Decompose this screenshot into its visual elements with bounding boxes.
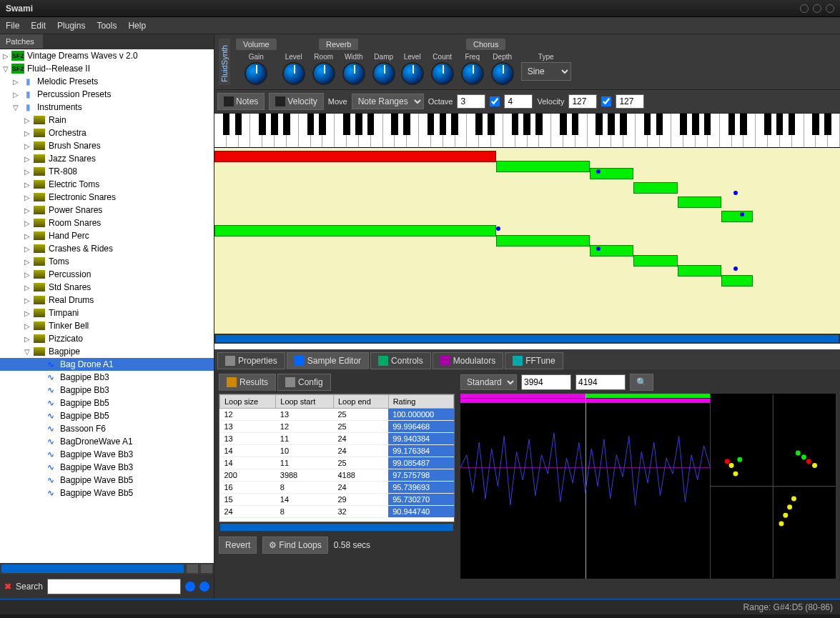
piano-keyboard[interactable] [214, 114, 840, 148]
tree-item[interactable]: ∿Bagpipe Wave Bb5 [0, 487, 214, 499]
tree-item[interactable]: ▷Crashes & Rides [0, 242, 214, 255]
table-row[interactable]: 121325100.000000 [220, 409, 454, 421]
chorus-level-knob[interactable] [401, 62, 424, 85]
menu-help[interactable]: Help [128, 21, 146, 31]
expander-icon[interactable]: ▷ [24, 155, 33, 163]
tree-item[interactable]: ∿Bag Drone A1 [0, 358, 214, 371]
search-prev-button[interactable] [185, 582, 195, 592]
tree-item[interactable]: ▷Electronic Snares [0, 191, 214, 204]
tab-controls[interactable]: Controls [370, 352, 431, 369]
expander-icon[interactable]: ▷ [24, 232, 33, 240]
tree-item[interactable]: ▷Tinker Bell [0, 319, 214, 332]
tree-item[interactable]: ∿Bagpipe Wave Bb3 [0, 448, 214, 461]
results-table[interactable]: Loop sizeLoop startLoop endRating1213251… [219, 394, 455, 522]
expander-icon[interactable]: ▷ [24, 335, 33, 343]
wave-hscroll[interactable] [460, 579, 836, 582]
table-row[interactable]: 13122599.996468 [220, 421, 454, 433]
menu-edit[interactable]: Edit [31, 21, 46, 31]
tree-item[interactable]: ▷Std Snares [0, 281, 214, 294]
chorus-depth-knob[interactable] [491, 62, 514, 85]
velocity-link-check[interactable] [601, 96, 611, 106]
expander-icon[interactable]: ▽ [24, 348, 33, 356]
velocity1-input[interactable] [568, 94, 597, 109]
tree-item[interactable]: ▷Toms [0, 255, 214, 268]
expander-icon[interactable]: ▷ [24, 206, 33, 214]
expander-icon[interactable]: ▷ [13, 78, 21, 86]
tree-item[interactable]: ▷Jazz Snares [0, 152, 214, 165]
tree-item[interactable]: ▷Electric Toms [0, 178, 214, 191]
search-next-button[interactable] [199, 582, 209, 592]
move-select[interactable]: Note Ranges [352, 94, 424, 109]
tree-item[interactable]: ▽▮Instruments [0, 101, 214, 114]
octave-link-check[interactable] [490, 96, 500, 106]
expander-icon[interactable]: ▷ [24, 284, 33, 291]
revert-button[interactable]: Revert [219, 537, 257, 554]
expander-icon[interactable]: ▷ [24, 194, 33, 201]
tree-item[interactable]: ∿Bagpipe Bb5 [0, 397, 214, 409]
expander-icon[interactable]: ▷ [24, 322, 33, 330]
octave1-input[interactable] [457, 94, 485, 109]
velocity2-input[interactable] [616, 94, 644, 109]
expander-icon[interactable]: ▷ [3, 52, 11, 60]
wave-mode-select[interactable]: Standard [460, 374, 517, 390]
tab-properties[interactable]: Properties [217, 352, 285, 369]
expander-icon[interactable]: ▷ [24, 181, 33, 189]
clear-search-icon[interactable]: ✖ [4, 582, 11, 592]
expander-icon[interactable]: ▷ [24, 129, 33, 137]
tree-item[interactable]: ∿Bassoon F6 [0, 422, 214, 435]
tree-item[interactable]: ▷▮Percussion Presets [0, 88, 214, 101]
find-loops-button[interactable]: ⚙Find Loops [262, 537, 327, 554]
expander-icon[interactable]: ▷ [13, 91, 21, 99]
expander-icon[interactable]: ▷ [24, 142, 33, 150]
reverb-room-knob[interactable] [312, 62, 335, 85]
tab-results[interactable]: Results [219, 374, 276, 391]
tree-item[interactable]: ▷Rain [0, 114, 214, 126]
expander-icon[interactable]: ▷ [24, 271, 33, 279]
gain-knob[interactable] [244, 62, 267, 85]
patches-tab[interactable]: Patches [0, 34, 43, 49]
expander-icon[interactable]: ▷ [24, 116, 33, 124]
tree-item[interactable]: ▽Bagpipe [0, 345, 214, 358]
expander-icon[interactable]: ▷ [24, 245, 33, 253]
menu-file[interactable]: File [6, 21, 19, 31]
tab-modulators[interactable]: Modulators [433, 352, 503, 369]
close-button[interactable] [826, 4, 834, 13]
wave-start-input[interactable] [521, 374, 571, 390]
expander-icon[interactable]: ▷ [24, 258, 33, 266]
patch-tree[interactable]: ▷SF2Vintage Dreams Waves v 2.0▽SF2Fluid-… [0, 49, 214, 563]
tree-item[interactable]: ∿Bagpipe Wave Bb3 [0, 461, 214, 474]
table-row[interactable]: 2483290.944740 [220, 506, 454, 518]
piano-hscroll[interactable] [214, 334, 840, 344]
tree-hscroll[interactable] [0, 563, 214, 574]
column-header[interactable]: Loop size [220, 395, 276, 409]
tree-item[interactable]: ▷Pizzicato [0, 332, 214, 345]
tab-fftune[interactable]: FFTune [505, 352, 563, 369]
tree-item[interactable]: ▷TR-808 [0, 165, 214, 178]
chorus-count-knob[interactable] [431, 62, 454, 85]
column-header[interactable]: Loop start [276, 395, 334, 409]
table-row[interactable]: 14102499.176384 [220, 445, 454, 457]
tree-item[interactable]: ∿BagDroneWave A1 [0, 435, 214, 448]
table-row[interactable]: 15142995.730270 [220, 494, 454, 506]
tree-item[interactable]: ▷▮Melodic Presets [0, 75, 214, 88]
expander-icon[interactable]: ▽ [13, 104, 21, 111]
menu-tools[interactable]: Tools [97, 21, 117, 31]
expander-icon[interactable]: ▷ [24, 219, 33, 227]
tree-item[interactable]: ▷Power Snares [0, 204, 214, 216]
minimize-button[interactable] [800, 4, 809, 13]
expander-icon[interactable]: ▷ [24, 168, 33, 176]
velocity-button[interactable]: Velocity [269, 93, 323, 110]
chorus-freq-knob[interactable] [461, 62, 484, 85]
note-range-editor[interactable] [214, 148, 840, 334]
notes-button[interactable]: Notes [217, 93, 265, 110]
octave2-input[interactable] [504, 94, 533, 109]
reverb-damp-knob[interactable] [372, 62, 395, 85]
table-row[interactable]: 1682495.739693 [220, 482, 454, 494]
tree-item[interactable]: ▷Percussion [0, 268, 214, 281]
tree-item[interactable]: ▷Timpani [0, 306, 214, 319]
tree-item[interactable]: ▷Brush Snares [0, 139, 214, 152]
menu-plugins[interactable]: Plugins [57, 21, 85, 31]
search-input[interactable] [47, 579, 181, 594]
tree-item[interactable]: ▷Room Snares [0, 216, 214, 229]
table-row[interactable]: 14112599.085487 [220, 457, 454, 469]
